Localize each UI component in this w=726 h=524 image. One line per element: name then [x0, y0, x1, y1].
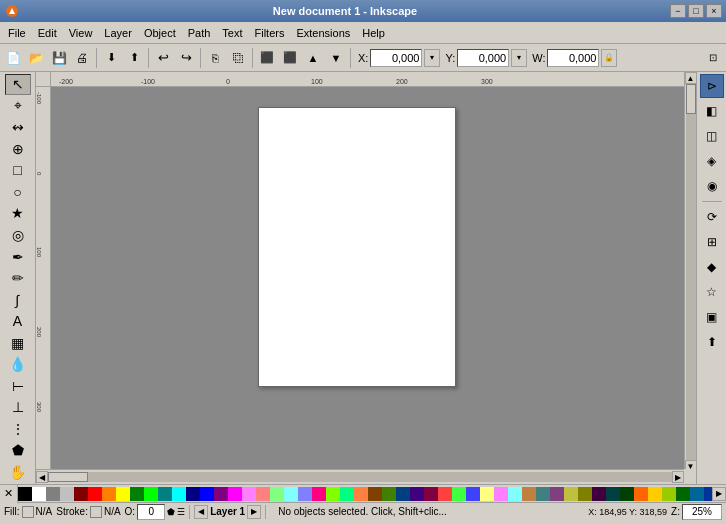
rpanel-swatches[interactable]: ▣: [700, 305, 724, 329]
menu-extensions[interactable]: Extensions: [290, 25, 356, 41]
scroll-left-button[interactable]: ◀: [36, 471, 48, 483]
undo-button[interactable]: [152, 47, 174, 69]
color-swatch-4[interactable]: [74, 487, 88, 501]
minimize-button[interactable]: −: [670, 4, 686, 18]
color-swatch-29[interactable]: [424, 487, 438, 501]
tool-fill[interactable]: ⬟: [5, 440, 31, 461]
raise-button[interactable]: ▲: [302, 47, 324, 69]
align-left-button[interactable]: ⬛: [256, 47, 278, 69]
align-center-button[interactable]: ⬛: [279, 47, 301, 69]
color-swatch-5[interactable]: [88, 487, 102, 501]
rpanel-stroke[interactable]: ◉: [700, 174, 724, 198]
stroke-swatch[interactable]: [90, 506, 102, 518]
color-swatch-25[interactable]: [368, 487, 382, 501]
palette-scroll-right[interactable]: ▶: [712, 487, 726, 501]
copy-button[interactable]: ⎘: [204, 47, 226, 69]
color-swatch-6[interactable]: [102, 487, 116, 501]
viewport[interactable]: [51, 87, 684, 469]
color-swatch-18[interactable]: [270, 487, 284, 501]
tool-callig[interactable]: ∫: [5, 289, 31, 310]
w-input[interactable]: [547, 49, 599, 67]
fill-swatch[interactable]: [22, 506, 34, 518]
snap-toggle[interactable]: ⊡: [702, 47, 724, 69]
color-swatch-48[interactable]: [690, 487, 704, 501]
tool-arrow[interactable]: ↖: [5, 74, 31, 95]
tool-spiral[interactable]: ◎: [5, 225, 31, 246]
color-swatch-1[interactable]: [32, 487, 46, 501]
color-swatch-46[interactable]: [662, 487, 676, 501]
color-swatch-45[interactable]: [648, 487, 662, 501]
rpanel-fill[interactable]: ◈: [700, 149, 724, 173]
color-swatch-3[interactable]: [60, 487, 74, 501]
close-button[interactable]: ×: [706, 4, 722, 18]
rpanel-xml[interactable]: ⊳: [700, 74, 724, 98]
menu-edit[interactable]: Edit: [32, 25, 63, 41]
tool-circle[interactable]: ○: [5, 182, 31, 203]
save-button[interactable]: [48, 47, 70, 69]
export-button[interactable]: ⬆: [123, 47, 145, 69]
color-swatch-38[interactable]: [550, 487, 564, 501]
lower-button[interactable]: ▼: [325, 47, 347, 69]
color-swatch-27[interactable]: [396, 487, 410, 501]
maximize-button[interactable]: □: [688, 4, 704, 18]
rpanel-transform[interactable]: ⟳: [700, 205, 724, 229]
color-swatch-26[interactable]: [382, 487, 396, 501]
color-swatch-8[interactable]: [130, 487, 144, 501]
color-swatch-21[interactable]: [312, 487, 326, 501]
rpanel-export[interactable]: ⬆: [700, 330, 724, 354]
color-swatch-35[interactable]: [508, 487, 522, 501]
menu-path[interactable]: Path: [182, 25, 217, 41]
menu-layer[interactable]: Layer: [98, 25, 138, 41]
color-swatch-2[interactable]: [46, 487, 60, 501]
layer-next-button[interactable]: ▶: [247, 505, 261, 519]
color-swatch-7[interactable]: [116, 487, 130, 501]
color-swatch-44[interactable]: [634, 487, 648, 501]
tool-pencil[interactable]: ✏: [5, 268, 31, 289]
x-input[interactable]: [370, 49, 422, 67]
tool-zoom[interactable]: ⊕: [5, 139, 31, 160]
color-swatch-19[interactable]: [284, 487, 298, 501]
menu-view[interactable]: View: [63, 25, 99, 41]
rpanel-layers[interactable]: ◧: [700, 99, 724, 123]
color-swatch-17[interactable]: [256, 487, 270, 501]
color-swatch-47[interactable]: [676, 487, 690, 501]
color-swatch-16[interactable]: [242, 487, 256, 501]
import-button[interactable]: ⬇: [100, 47, 122, 69]
color-swatch-43[interactable]: [620, 487, 634, 501]
tool-gradient[interactable]: ▦: [5, 332, 31, 353]
opacity-input[interactable]: [137, 504, 165, 520]
rpanel-objects[interactable]: ◫: [700, 124, 724, 148]
y-input[interactable]: [457, 49, 509, 67]
no-color-swatch[interactable]: ✕: [0, 485, 18, 503]
tool-hand[interactable]: ✋: [5, 462, 31, 483]
tool-connector[interactable]: ⊢: [5, 375, 31, 396]
w-snap[interactable]: 🔒: [601, 49, 617, 67]
color-swatch-9[interactable]: [144, 487, 158, 501]
color-swatch-28[interactable]: [410, 487, 424, 501]
color-swatch-36[interactable]: [522, 487, 536, 501]
color-swatch-23[interactable]: [340, 487, 354, 501]
layer-prev-button[interactable]: ◀: [194, 505, 208, 519]
menu-filters[interactable]: Filters: [249, 25, 291, 41]
tool-pen[interactable]: ✒: [5, 246, 31, 267]
color-swatch-15[interactable]: [228, 487, 242, 501]
tool-spray[interactable]: ⋮: [5, 419, 31, 440]
duplicate-button[interactable]: ⿻: [227, 47, 249, 69]
color-swatch-34[interactable]: [494, 487, 508, 501]
tool-rect[interactable]: □: [5, 160, 31, 181]
zoom-input[interactable]: 25%: [682, 504, 722, 520]
x-snap[interactable]: ▾: [424, 49, 440, 67]
color-swatch-32[interactable]: [466, 487, 480, 501]
open-button[interactable]: [25, 47, 47, 69]
scroll-thumb-bottom[interactable]: [48, 472, 88, 482]
color-swatch-49[interactable]: [704, 487, 712, 501]
tool-star[interactable]: ★: [5, 203, 31, 224]
print-button[interactable]: [71, 47, 93, 69]
tool-text[interactable]: A: [5, 311, 31, 332]
color-swatch-20[interactable]: [298, 487, 312, 501]
color-swatch-12[interactable]: [186, 487, 200, 501]
rpanel-align[interactable]: ⊞: [700, 230, 724, 254]
color-swatch-13[interactable]: [200, 487, 214, 501]
scroll-up-button[interactable]: ▲: [685, 72, 697, 84]
tool-tweak[interactable]: ↭: [5, 117, 31, 138]
